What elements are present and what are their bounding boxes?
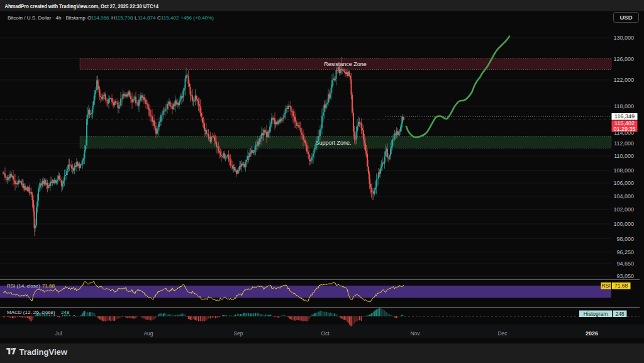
svg-text:Jul: Jul	[55, 330, 62, 337]
svg-text:122,000: 122,000	[613, 77, 634, 83]
svg-text:115,798: 115,798	[115, 15, 133, 21]
svg-text:Support Zone.: Support Zone.	[315, 140, 351, 146]
svg-text:102,000: 102,000	[613, 206, 634, 213]
svg-text:RSI: RSI	[602, 282, 611, 289]
svg-text:Sep: Sep	[233, 330, 243, 337]
svg-text:RSI (14, close): RSI (14, close)	[7, 283, 40, 289]
svg-text:Dec: Dec	[497, 330, 508, 337]
svg-text:71.68: 71.68	[42, 283, 55, 289]
svg-text:110,000: 110,000	[614, 153, 634, 159]
svg-text:118,000: 118,000	[614, 103, 634, 109]
svg-text:114,874: 114,874	[138, 15, 156, 21]
svg-text:96,250: 96,250	[616, 249, 634, 255]
svg-text:01:29:35: 01:29:35	[613, 126, 635, 132]
svg-text:Aug: Aug	[143, 330, 153, 337]
svg-text:248: 248	[61, 310, 70, 315]
svg-text:MACD (12, 26, close): MACD (12, 26, close)	[7, 310, 55, 315]
svg-text:Oct: Oct	[321, 330, 330, 337]
svg-text:115,402: 115,402	[161, 15, 179, 21]
svg-text:104,000: 104,000	[613, 193, 634, 199]
svg-text:114,966: 114,966	[91, 15, 109, 21]
svg-text:93,050: 93,050	[616, 273, 634, 279]
svg-text:126,000: 126,000	[613, 56, 634, 62]
svg-text:248: 248	[615, 311, 624, 317]
svg-text:108,000: 108,000	[613, 167, 634, 174]
svg-text:98,000: 98,000	[616, 236, 634, 242]
svg-text:USD: USD	[619, 14, 632, 21]
svg-text:TradingView: TradingView	[19, 347, 68, 357]
svg-text:94,650: 94,650	[616, 260, 634, 267]
svg-text:Nov: Nov	[410, 330, 420, 337]
svg-text:Resistance Zone: Resistance Zone	[324, 61, 367, 67]
svg-text:100,000: 100,000	[613, 221, 634, 227]
svg-text:106,000: 106,000	[613, 180, 634, 186]
svg-text:+456 (+0.40%): +456 (+0.40%)	[180, 15, 214, 21]
svg-text:Bitcoin / U.S. Dollar · 4h · B: Bitcoin / U.S. Dollar · 4h · Bitstamp	[8, 15, 86, 21]
svg-text:2026: 2026	[586, 330, 598, 337]
svg-text:112,000: 112,000	[614, 140, 634, 147]
svg-text:116,349: 116,349	[614, 113, 635, 120]
svg-text:130,000: 130,000	[613, 35, 634, 41]
svg-text:71.68: 71.68	[614, 282, 628, 289]
svg-text:Histogram: Histogram	[584, 311, 608, 317]
svg-text:AhmadPro created with TradingV: AhmadPro created with TradingView.com, O…	[5, 3, 159, 9]
